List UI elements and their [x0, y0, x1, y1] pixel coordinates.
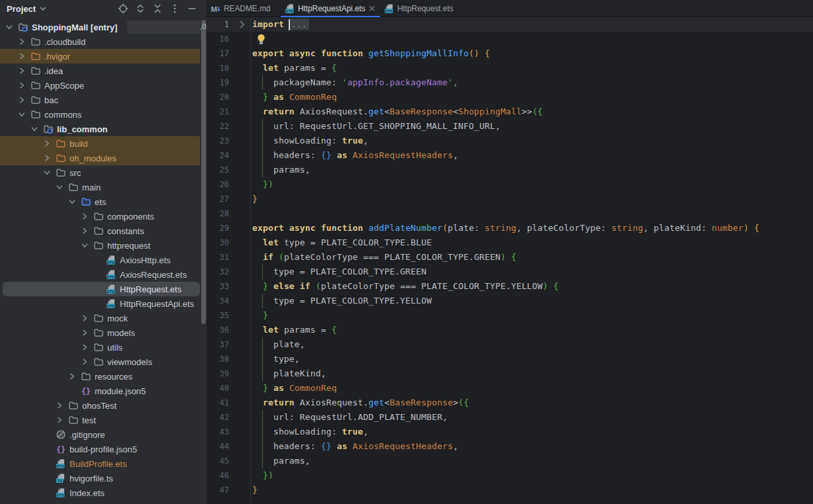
- tree-chevron-right-icon[interactable]: [17, 52, 26, 61]
- tree-chevron-right-icon[interactable]: [80, 226, 89, 235]
- line-number: 35: [207, 308, 229, 323]
- fold-marker-icon[interactable]: [238, 17, 248, 32]
- tree-item-components[interactable]: components: [0, 209, 207, 224]
- tree-item-hvigorfile.ts[interactable]: TShvigorfile.ts: [0, 471, 207, 485]
- tree-item-commons[interactable]: commons: [0, 107, 207, 122]
- tree-chevron-down-icon[interactable]: [68, 197, 77, 206]
- tree-item-label: build: [70, 139, 87, 149]
- tree-chevron-right-icon[interactable]: [80, 328, 89, 337]
- tree-chevron-right-icon[interactable]: [55, 401, 64, 410]
- tree-chevron-down-icon[interactable]: [17, 110, 26, 119]
- tree-item-.hvigor[interactable]: .hvigor: [0, 49, 207, 63]
- tree-chevron-down-icon[interactable]: [80, 241, 89, 250]
- tree-item-build-profile.json5[interactable]: {}build-profile.json5: [0, 442, 207, 456]
- token-strin: appInfo.packageName: [348, 77, 448, 87]
- chevron-down-icon[interactable]: [39, 5, 47, 13]
- line-number: 28: [207, 206, 229, 221]
- tree-item-httprequest[interactable]: httprequest: [0, 238, 207, 253]
- tree-item-ets[interactable]: ets: [0, 194, 207, 209]
- locate-icon[interactable]: [118, 3, 128, 14]
- tree-item-index.ets[interactable]: ETSIndex.ets: [0, 485, 207, 500]
- collapse-all-icon[interactable]: [152, 3, 163, 14]
- code-line-1: import ...: [252, 17, 309, 32]
- token-df: <: [453, 106, 458, 116]
- tree-chevron-down-icon[interactable]: [42, 168, 52, 177]
- token-df: [252, 179, 263, 189]
- tree-item-axiosrequest.ets[interactable]: ETSAxiosRequest.ets: [0, 267, 207, 282]
- expand-all-icon[interactable]: [135, 3, 146, 14]
- close-icon[interactable]: [368, 5, 376, 13]
- tree-chevron-right-icon[interactable]: [42, 139, 52, 148]
- tree-chevron-right-icon[interactable]: [80, 343, 89, 352]
- tree-item-module.json5[interactable]: {}module.json5: [0, 384, 207, 398]
- tree-item-.cloudbuild[interactable]: .cloudbuild: [0, 34, 207, 49]
- module-folder-icon: [18, 22, 28, 32]
- tree-item-build[interactable]: build: [0, 136, 207, 151]
- tree-chevron-right-icon[interactable]: [17, 66, 26, 75]
- tree-item-httprequest.ets[interactable]: ETSHttpRequest.ets: [0, 282, 207, 296]
- tree-chevron-right-icon[interactable]: [68, 372, 77, 381]
- tree-chevron-down-icon[interactable]: [30, 124, 39, 134]
- tree-item-viewmodels[interactable]: viewmodels: [0, 355, 207, 369]
- token-df: , plateKind:: [643, 223, 712, 233]
- tree-chevron-right-icon[interactable]: [80, 357, 89, 366]
- tree-item-httprequestapi.ets[interactable]: ETSHttpRequestApi.ets: [0, 296, 207, 311]
- redacted-path-blur: [127, 21, 201, 34]
- editor-tab-httprequest.ets[interactable]: ETSHttpRequest.ets: [380, 0, 457, 17]
- token-fn: get: [369, 106, 385, 116]
- tree-item-label: oh_modules: [70, 153, 117, 163]
- tree-item-shoppingmall-entry-[interactable]: ShoppingMall [entry],0: [0, 20, 207, 34]
- tree-item-models[interactable]: models: [0, 325, 207, 340]
- folded-region[interactable]: ...: [289, 19, 309, 30]
- tree-item-appscope[interactable]: AppScope: [0, 78, 207, 93]
- tree-item-buildprofile.ets[interactable]: ETSBuildProfile.ets: [0, 456, 207, 471]
- svg-text:{}: {}: [56, 445, 66, 454]
- tree-item-constants[interactable]: constants: [0, 224, 207, 238]
- token-kw: import: [252, 19, 284, 29]
- tree-chevron-right-icon[interactable]: [17, 95, 26, 105]
- token-b2: (: [316, 281, 321, 291]
- svg-text:{}: {}: [81, 387, 91, 396]
- tree-chevron-right-icon[interactable]: [17, 81, 26, 90]
- token-fn: getShoppingMallInfo: [369, 48, 469, 58]
- tree-chevron-right-icon[interactable]: [55, 415, 64, 425]
- tree-item-utils[interactable]: utils: [0, 340, 207, 355]
- tree-item-main[interactable]: main: [0, 180, 207, 194]
- tree-item-.gitignore[interactable]: .gitignore: [0, 427, 207, 442]
- project-tree-scrollbar[interactable]: [201, 20, 206, 324]
- code-line-26: }): [252, 177, 273, 192]
- token-kw: async: [289, 48, 316, 58]
- editor-tab-readme.md[interactable]: MREADME.md: [207, 0, 281, 17]
- folder-orange-icon: [56, 138, 66, 149]
- tree-item-mock[interactable]: mock: [0, 311, 207, 325]
- tree-chevron-spacer: [42, 430, 52, 439]
- tree-item-test[interactable]: test: [0, 413, 207, 427]
- more-vertical-icon[interactable]: [169, 3, 180, 14]
- tree-item-lib-common[interactable]: lib_common: [0, 122, 207, 136]
- tree-item-oh-modules[interactable]: oh_modules: [0, 151, 207, 165]
- tree-chevron-down-icon[interactable]: [55, 183, 64, 192]
- tree-item-.idea[interactable]: .idea: [0, 63, 207, 78]
- tree-chevron-right-icon[interactable]: [80, 314, 89, 323]
- token-b2: {: [553, 281, 559, 291]
- tree-item-label: models: [107, 328, 135, 338]
- intention-bulb-icon[interactable]: [256, 33, 267, 45]
- tree-chevron-right-icon[interactable]: [17, 37, 26, 46]
- token-df: [506, 252, 511, 262]
- editor-tab-httprequestapi.ets[interactable]: ETSHttpRequestApi.ets: [281, 0, 380, 17]
- token-df: [268, 92, 273, 102]
- tree-item-axioshttp.ets[interactable]: ETSAxiosHttp.ets: [0, 253, 207, 267]
- tree-chevron-right-icon[interactable]: [80, 212, 89, 221]
- tree-item-resources[interactable]: resources: [0, 369, 207, 384]
- hide-icon[interactable]: [187, 3, 197, 14]
- project-panel-title[interactable]: Project: [7, 4, 36, 14]
- tree-item-src[interactable]: src: [0, 165, 207, 180]
- token-df: showLoading:: [252, 427, 342, 437]
- tree-item-bac[interactable]: bac: [0, 93, 207, 107]
- line-number: 23: [207, 134, 229, 148]
- tree-chevron-down-icon[interactable]: [5, 22, 14, 32]
- tree-item-ohostest[interactable]: ohosTest: [0, 398, 207, 413]
- tree-chevron-right-icon[interactable]: [42, 153, 52, 163]
- folder-icon: [30, 95, 41, 105]
- line-number: 39: [207, 366, 229, 381]
